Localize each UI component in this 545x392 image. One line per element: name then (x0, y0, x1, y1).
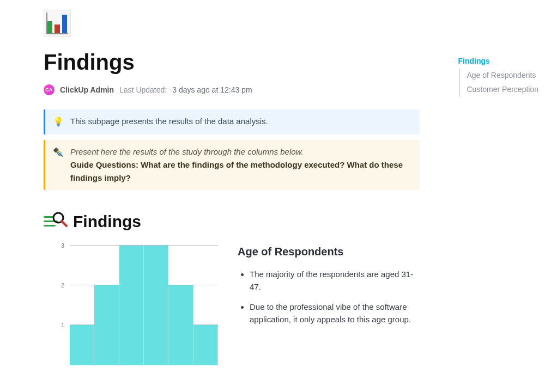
lightbulb-icon: 💡 (53, 115, 64, 129)
page-meta: CA ClickUp Admin Last Updated: 3 days ag… (44, 84, 420, 95)
chart-y-tick: 1 (61, 322, 64, 328)
updated-label: Last Updated: (119, 85, 167, 94)
svg-line-1 (62, 221, 66, 226)
table-of-contents: Findings Age of Respondents Customer Per… (458, 54, 538, 97)
age-histogram-chart: 123 (55, 246, 218, 365)
chart-bar (70, 325, 94, 365)
callout-guide: ✒️ Present here the results of the study… (44, 140, 420, 190)
chart-bar (193, 325, 218, 365)
page-title: Findings (44, 50, 420, 75)
subsection-heading: Age of Respondents (238, 246, 420, 258)
chart-bar (94, 285, 119, 365)
toc-link-root[interactable]: Findings (458, 54, 538, 69)
callout-hint: Present here the results of the study th… (70, 147, 304, 156)
page-icon (44, 10, 71, 37)
callout-info: 💡 This subpage presents the results of t… (44, 109, 420, 134)
section-title: Findings (73, 212, 141, 231)
pen-icon: ✒️ (53, 145, 64, 160)
callout-guide-questions: Guide Questions: What are the findings o… (70, 160, 403, 182)
chart-bar (119, 246, 144, 365)
chart-y-tick: 3 (61, 242, 64, 249)
section-header: Findings (44, 212, 420, 231)
toc-link-perception[interactable]: Customer Perception (459, 83, 538, 97)
chart-y-tick: 2 (61, 282, 64, 289)
toc-link-age[interactable]: Age of Respondents (459, 69, 538, 83)
list-item: The majority of the respondents are aged… (250, 268, 420, 293)
updated-value: 3 days ago at 12:43 pm (172, 85, 252, 94)
author-name[interactable]: ClickUp Admin (60, 85, 114, 94)
chart-bar (168, 285, 193, 365)
author-avatar[interactable]: CA (44, 84, 55, 95)
callout-info-text: This subpage presents the results of the… (70, 115, 268, 128)
magnifier-list-icon (44, 212, 68, 231)
chart-bar (144, 246, 168, 365)
list-item: Due to the professional vibe of the soft… (250, 301, 420, 326)
